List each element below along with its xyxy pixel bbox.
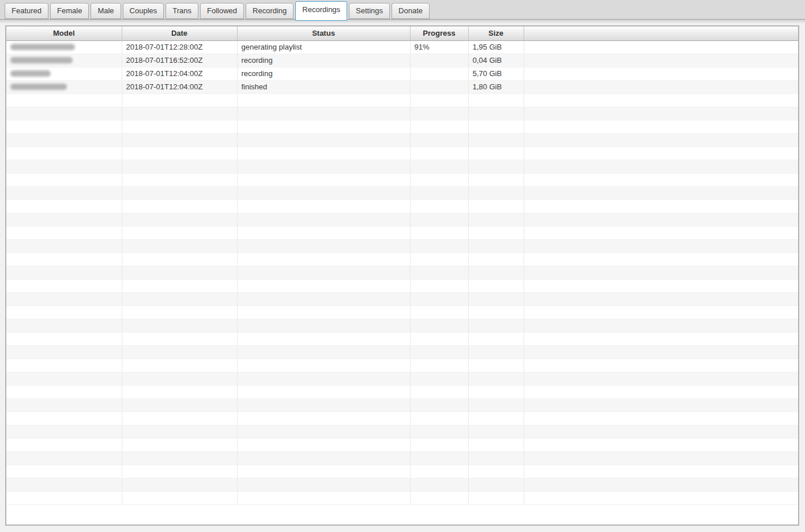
empty-cell <box>6 292 122 305</box>
empty-row <box>6 160 798 173</box>
recording-row[interactable]: 2018-07-01T12:04:00Zrecording5,70 GiB <box>6 67 798 80</box>
empty-cell <box>122 292 237 305</box>
empty-cell <box>122 451 237 465</box>
recording-row[interactable]: 2018-07-01T16:52:00Zrecording0,04 GiB <box>6 54 798 67</box>
empty-cell <box>468 385 524 398</box>
empty-cell <box>6 252 122 266</box>
tab-female[interactable]: Female <box>50 3 89 19</box>
tab-featured[interactable]: Featured <box>5 3 48 19</box>
empty-cell <box>6 305 122 319</box>
tab-donate[interactable]: Donate <box>392 3 430 19</box>
recording-row[interactable]: 2018-07-01T12:28:00Zgenerating playlist9… <box>6 40 798 54</box>
empty-cell <box>6 173 122 186</box>
empty-row <box>6 252 798 266</box>
empty-cell <box>524 266 798 279</box>
empty-cell <box>237 305 410 319</box>
empty-cell <box>237 412 410 425</box>
empty-cell <box>237 398 410 412</box>
empty-cell <box>468 372 524 385</box>
empty-cell <box>410 359 468 372</box>
empty-cell <box>468 213 524 226</box>
empty-cell <box>122 239 237 252</box>
empty-cell <box>524 345 798 359</box>
empty-row <box>6 398 798 412</box>
column-header-model[interactable]: Model <box>6 27 122 40</box>
recording-row[interactable]: 2018-07-01T12:04:00Zfinished1,80 GiB <box>6 80 798 93</box>
recordings-table-container: ModelDateStatusProgressSize 2018-07-01T1… <box>5 25 799 526</box>
column-header-size[interactable]: Size <box>468 27 524 40</box>
tab-followed[interactable]: Followed <box>200 3 244 19</box>
empty-cell <box>410 438 468 451</box>
empty-cell <box>237 279 410 292</box>
empty-cell <box>122 146 237 160</box>
tab-couples[interactable]: Couples <box>123 3 164 19</box>
cell-extra <box>524 40 798 54</box>
empty-cell <box>468 332 524 345</box>
empty-cell <box>122 465 237 478</box>
empty-cell <box>122 385 237 398</box>
empty-cell <box>410 305 468 319</box>
empty-row <box>6 451 798 465</box>
empty-row <box>6 491 798 504</box>
cell-progress: 91% <box>410 40 468 54</box>
empty-cell <box>524 319 798 332</box>
empty-cell <box>6 412 122 425</box>
tab-recording[interactable]: Recording <box>246 3 294 19</box>
empty-cell <box>410 465 468 478</box>
cell-status: finished <box>237 80 410 93</box>
empty-cell <box>122 425 237 438</box>
cell-progress <box>410 54 468 67</box>
empty-cell <box>6 146 122 160</box>
empty-cell <box>468 478 524 491</box>
empty-cell <box>524 120 798 133</box>
empty-cell <box>237 266 410 279</box>
cell-status: recording <box>237 67 410 80</box>
empty-row <box>6 345 798 359</box>
empty-cell <box>410 107 468 120</box>
cell-model <box>6 40 122 54</box>
empty-row <box>6 372 798 385</box>
empty-cell <box>524 146 798 160</box>
empty-cell <box>122 226 237 239</box>
cell-date: 2018-07-01T12:28:00Z <box>122 40 237 54</box>
column-header-status[interactable]: Status <box>237 27 410 40</box>
empty-cell <box>237 332 410 345</box>
empty-cell <box>468 107 524 120</box>
cell-status: recording <box>237 54 410 67</box>
empty-cell <box>122 359 237 372</box>
empty-cell <box>468 199 524 213</box>
empty-cell <box>524 186 798 199</box>
empty-cell <box>122 305 237 319</box>
empty-cell <box>410 332 468 345</box>
empty-row <box>6 425 798 438</box>
tab-recordings[interactable]: Recordings <box>295 1 347 21</box>
empty-cell <box>122 491 237 504</box>
empty-cell <box>122 133 237 146</box>
column-header-progress[interactable]: Progress <box>410 27 468 40</box>
empty-cell <box>122 173 237 186</box>
empty-cell <box>524 107 798 120</box>
empty-cell <box>237 213 410 226</box>
empty-cell <box>524 359 798 372</box>
empty-row <box>6 226 798 239</box>
empty-cell <box>6 332 122 345</box>
empty-cell <box>6 107 122 120</box>
cell-model <box>6 67 122 80</box>
tab-settings[interactable]: Settings <box>349 3 390 19</box>
empty-cell <box>6 359 122 372</box>
empty-cell <box>122 107 237 120</box>
tab-male[interactable]: Male <box>91 3 121 19</box>
empty-row <box>6 199 798 213</box>
empty-cell <box>524 398 798 412</box>
empty-row <box>6 266 798 279</box>
column-header-date[interactable]: Date <box>122 27 237 40</box>
empty-row <box>6 120 798 133</box>
tab-trans[interactable]: Trans <box>165 3 198 19</box>
empty-cell <box>6 120 122 133</box>
empty-cell <box>524 465 798 478</box>
empty-cell <box>237 345 410 359</box>
empty-cell <box>410 266 468 279</box>
empty-cell <box>122 372 237 385</box>
empty-cell <box>6 199 122 213</box>
empty-row <box>6 332 798 345</box>
